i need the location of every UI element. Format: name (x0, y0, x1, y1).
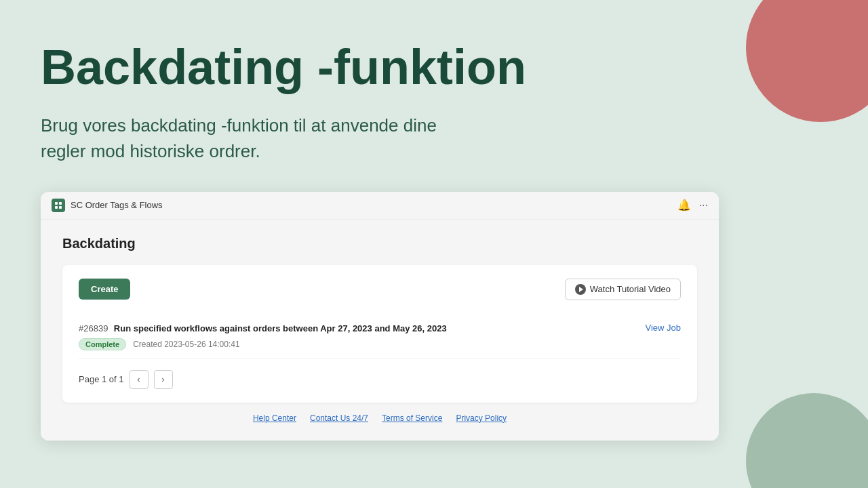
job-row: #26839 Run specified workflows against o… (79, 314, 681, 359)
tutorial-label: Watch Tutorial Video (590, 284, 671, 294)
svg-rect-1 (59, 202, 62, 205)
next-page-button[interactable]: › (154, 370, 173, 389)
main-card: Create Watch Tutorial Video #26839 Run s… (62, 265, 697, 403)
create-button[interactable]: Create (79, 279, 130, 300)
job-description: Run specified workflows against orders b… (114, 323, 447, 333)
app-name-label: SC Order Tags & Flows (71, 200, 163, 210)
footer-link-tos[interactable]: Terms of Service (382, 413, 442, 423)
play-icon (575, 284, 586, 295)
watch-tutorial-button[interactable]: Watch Tutorial Video (565, 279, 681, 300)
view-job-link[interactable]: View Job (645, 323, 681, 333)
footer-link-privacy[interactable]: Privacy Policy (456, 413, 507, 423)
job-title-row: #26839 Run specified workflows against o… (79, 322, 681, 334)
app-page-title: Backdating (62, 236, 697, 251)
svg-rect-2 (55, 206, 58, 209)
more-icon[interactable]: ··· (699, 199, 708, 211)
svg-rect-0 (55, 202, 58, 205)
app-titlebar-left: SC Order Tags & Flows (52, 199, 163, 212)
app-window: SC Order Tags & Flows 🔔 ··· Backdating C… (41, 192, 719, 441)
card-header: Create Watch Tutorial Video (79, 279, 681, 300)
page-subtitle: Brug vores backdating -funktion til at a… (41, 113, 448, 164)
status-badge: Complete (79, 338, 126, 350)
app-titlebar-right: 🔔 ··· (677, 199, 708, 211)
footer-link-contact[interactable]: Contact Us 24/7 (310, 413, 368, 423)
app-titlebar: SC Order Tags & Flows 🔔 ··· (41, 192, 719, 220)
footer-links: Help Center Contact Us 24/7 Terms of Ser… (62, 403, 697, 427)
job-id: #26839 (79, 323, 108, 333)
footer-link-help[interactable]: Help Center (253, 413, 296, 423)
job-title-group: #26839 Run specified workflows against o… (79, 322, 447, 334)
pagination-text: Page 1 of 1 (79, 374, 124, 384)
job-meta: Complete Created 2023-05-26 14:00:41 (79, 338, 681, 350)
bell-icon[interactable]: 🔔 (677, 199, 691, 211)
job-created-date: Created 2023-05-26 14:00:41 (133, 340, 239, 349)
prev-page-button[interactable]: ‹ (130, 370, 149, 389)
pagination: Page 1 of 1 ‹ › (79, 370, 681, 389)
app-body: Backdating Create Watch Tutorial Video #… (41, 220, 719, 441)
page-main-title: Backdating -funktion (41, 41, 827, 94)
svg-rect-3 (59, 206, 62, 209)
app-logo-icon (52, 199, 65, 212)
